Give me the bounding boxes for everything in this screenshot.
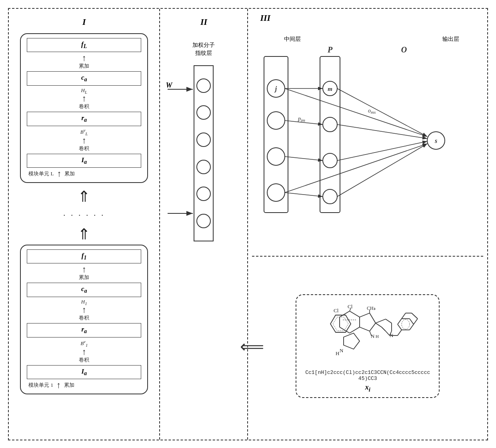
svg-line-46 [350,327,360,333]
svg-line-61 [376,319,386,323]
svg-line-72 [410,324,414,330]
main-diagram: I fL ↑ 累加 ca HL ↑ 卷积 ra BvL ↑ 卷积 Ia 模块单元… [8,8,488,440]
svg-line-52 [360,313,370,317]
svg-line-67 [382,327,386,331]
molecule-svg: Cl H N [308,301,428,367]
svg-line-26 [285,193,323,197]
svg-line-68 [376,323,382,327]
smiles: Cc1[nH]c2ccc(Cl)cc2c1C3CCN(Cc4cccc5ccccc… [304,370,431,382]
section-II-visual: 加权分子指纹层 W [164,41,244,265]
W-label: W [166,81,172,90]
svg-line-70 [398,330,402,335]
svg-line-53 [370,313,376,323]
svg-line-76 [398,324,402,330]
big-arrow-between: ⇑ [78,188,90,205]
svg-line-29 [337,88,427,137]
arrow-cumulate-1-top: ↑ 累加 [27,265,141,281]
fp-node-2 [196,105,211,120]
Ia-row-1: Ia [27,365,141,379]
svg-text:s: s [434,137,437,144]
section-III: III 中间层 输出层 j [248,9,487,440]
left-arrow: ⟸ [240,336,264,356]
svg-text:Cl: Cl [348,303,353,309]
fL-row: fL [27,38,141,52]
svg-text:pjm: pjm [298,116,305,123]
svg-line-31 [337,141,427,161]
svg-text:P: P [327,45,333,54]
ra-row-1: ra [27,323,141,337]
dots: · · · · · · [63,210,105,221]
svg-text:Cl: Cl [334,307,339,313]
svg-line-73 [410,319,414,324]
section-III-label: III [260,13,270,23]
svg-line-28 [285,157,323,161]
section-I: I fL ↑ 累加 ca HL ↑ 卷积 ra BvL ↑ 卷积 Ia 模块单元… [9,9,160,440]
big-arrow-between2: ⇑ [78,225,90,243]
fingerprint-layer-rect [194,65,214,241]
svg-point-77 [402,319,410,329]
f1-row: f1 [27,249,141,263]
svg-line-81 [402,313,406,319]
section-II-label: II [200,17,207,27]
svg-marker-40 [344,333,360,349]
fp-node-4 [196,160,211,174]
svg-text:m: m [328,86,333,92]
svg-point-19 [323,117,337,132]
svg-text:H: H [376,334,379,339]
svg-line-30 [337,125,427,139]
module-L-label: 模块单元 L ↑ 累加 [27,169,141,178]
svg-line-79 [412,313,418,319]
nn-diagram: 中间层 输出层 j j [252,32,483,257]
section-III-header: III [252,13,483,29]
svg-text:N: N [340,348,344,354]
svg-line-54 [370,323,376,331]
fp-node-3 [196,133,211,147]
svg-line-75 [398,319,402,324]
svg-line-43 [340,311,350,317]
svg-line-78 [414,319,418,324]
arrow-conv-HL: HL ↑ 卷积 [27,87,141,110]
arrow-conv-BL: BvL ↑ 卷积 [27,128,141,152]
xi-label: xi [365,383,370,393]
fp-node-5 [196,187,211,201]
svg-point-21 [323,189,337,204]
fingerprint-layer-label: 加权分子指纹层 [164,41,244,57]
svg-line-33 [285,88,427,137]
module-L-block: fL ↑ 累加 ca HL ↑ 卷积 ra BvL ↑ 卷积 Ia 模块单元 L… [20,33,148,183]
svg-point-20 [323,153,337,168]
module-1-block: f1 ↑ 累加 ca H1 ↑ 卷积 ra Bv1 ↑ 卷积 Ia 模块单元 1… [20,245,148,394]
svg-point-12 [267,112,285,129]
molecule-box: Cl H N [296,294,440,398]
section-I-label: I [82,17,86,27]
svg-line-66 [386,331,390,335]
svg-text:O: O [401,45,407,54]
svg-marker-39 [333,317,348,331]
module-1-label: 模块单元 1 ↑ 累加 [27,381,141,390]
arrow-cumulate-L-top: ↑ 累加 [27,54,141,70]
svg-text:CH₃: CH₃ [367,305,376,311]
nn-svg: j j P m [252,32,484,249]
svg-point-13 [267,148,285,165]
svg-line-44 [350,311,360,317]
svg-line-62 [386,319,392,323]
svg-line-55 [360,327,370,331]
fp-node-6 [196,214,211,228]
fp-node-1 [196,78,211,93]
svg-point-14 [267,184,285,201]
Ia-row-L: Ia [27,154,141,168]
ca-row-1: ca [27,283,141,297]
svg-marker-38 [330,315,351,332]
svg-text:H: H [336,350,339,356]
arrow-conv-B1: Bv1 ↑ 卷积 [27,339,141,364]
ra-row-L: ra [27,112,141,126]
arrow-conv-H1: H1 ↑ 卷积 [27,299,141,322]
ca-row-L: ca [27,71,141,85]
molecule-section: ⟸ Cl [252,257,483,436]
section-II: II 加权分子指纹层 W [160,9,248,440]
